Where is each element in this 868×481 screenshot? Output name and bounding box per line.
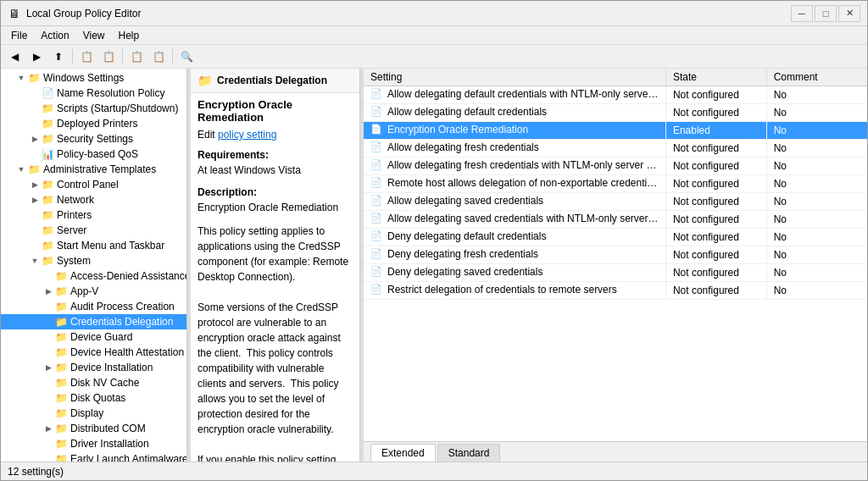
edit-policy-link[interactable]: policy setting [218,129,276,141]
tree-item-early-launch[interactable]: 📁 Early Launch Antimalware [1,451,186,462]
tree-item-printers[interactable]: 📁 Printers [1,207,186,223]
tree-item-control-panel[interactable]: ▶ 📁 Control Panel [1,177,186,192]
column-header-setting[interactable]: Setting [364,69,665,86]
tree-item-security-settings[interactable]: ▶ 📁 Security Settings [1,131,186,147]
table-row[interactable]: 📄Deny delegating default credentialsNot … [364,229,867,246]
tree-label: Disk NV Cache [70,377,139,389]
tree-item-server[interactable]: 📁 Server [1,223,186,238]
cell-state: Not configured [665,140,766,158]
toggle [28,211,42,219]
tree-item-app-v[interactable]: ▶ 📁 App-V [1,284,186,299]
tree-item-credentials-delegation[interactable]: 📁 Credentials Delegation [1,314,186,329]
toggle[interactable]: ▶ [42,424,55,433]
tab-extended[interactable]: Extended [370,444,436,462]
tree-item-policy-qos[interactable]: 📊 Policy-based QoS [1,147,186,162]
toggle[interactable]: ▼ [28,257,42,265]
tree-item-driver-installation[interactable]: 📁 Driver Installation [1,436,186,451]
cell-comment: No [766,193,867,211]
maximize-button[interactable]: □ [815,5,837,22]
table-row[interactable]: 📄Deny delegating fresh credentialsNot co… [364,246,867,264]
tree-item-access-denied[interactable]: 📁 Access-Denied Assistance [1,268,186,284]
cell-comment: No [766,246,867,264]
body-text-section: This policy setting applies to applicati… [198,224,353,462]
new-window-button[interactable]: 📋 [98,47,119,66]
help-button[interactable]: 📋 [148,47,169,66]
toggle[interactable]: ▼ [14,74,28,82]
window-title: Local Group Policy Editor [26,8,791,19]
properties-button[interactable]: 📋 [126,47,147,66]
column-header-state[interactable]: State [665,69,766,86]
tree-panel: ▼ 📁 Windows Settings 📄 Name Resolution P… [1,69,187,462]
table-row[interactable]: 📄Encryption Oracle RemediationEnabledNo [364,122,867,140]
cell-setting: 📄Allow delegating fresh credentials [364,140,665,158]
tree-item-device-health[interactable]: 📁 Device Health Attestation S [1,345,186,360]
table-row[interactable]: 📄Allow delegating saved credentialsNot c… [364,193,867,211]
table-row[interactable]: 📄Deny delegating saved credentialsNot co… [364,264,867,282]
cell-comment: No [766,264,867,282]
toggle[interactable]: ▶ [28,135,42,143]
toolbar: ◀ ▶ ⬆ 📋 📋 📋 📋 🔍 [1,45,867,69]
tree-item-admin-templates[interactable]: ▼ 📁 Administrative Templates [1,162,186,177]
table-row[interactable]: 📄Remote host allows delegation of non-ex… [364,175,867,193]
cell-setting: 📄Deny delegating default credentials [364,229,665,246]
column-header-comment[interactable]: Comment [766,69,867,86]
tree-label: Scripts (Startup/Shutdown) [57,102,178,114]
table-row[interactable]: 📄Allow delegating fresh credentialsNot c… [364,140,867,158]
middle-panel-header: 📁 Credentials Delegation [191,69,359,93]
toggle[interactable]: ▶ [28,196,42,204]
toggle[interactable]: ▶ [42,363,55,372]
table-row[interactable]: 📄Allow delegating default credentialsNot… [364,104,867,122]
tab-standard[interactable]: Standard [437,444,501,462]
setting-icon: 📄 [370,230,384,244]
toggle [28,241,42,250]
cell-comment: No [766,229,867,246]
tree-item-disk-quotas[interactable]: 📁 Disk Quotas [1,390,186,406]
tree-item-disk-nv[interactable]: 📁 Disk NV Cache [1,375,186,390]
folder-icon: 📁 [55,346,68,358]
tree-item-display[interactable]: 📁 Display [1,406,186,421]
tree-item-device-guard[interactable]: 📁 Device Guard [1,329,186,345]
tree-item-audit-process[interactable]: 📁 Audit Process Creation [1,299,186,314]
show-hide-button[interactable]: 📋 [76,47,97,66]
toggle[interactable]: ▼ [14,165,28,174]
tree-label: Display [70,407,103,419]
folder-icon: 📁 [55,285,68,297]
toggle [28,119,42,128]
tree-item-start-menu[interactable]: 📁 Start Menu and Taskbar [1,238,186,253]
tree-item-windows-settings[interactable]: ▼ 📁 Windows Settings [1,70,186,86]
minimize-button[interactable]: ─ [791,5,813,22]
toggle[interactable]: ▶ [42,287,55,296]
status-text: 12 setting(s) [8,466,64,478]
tree-item-deployed-printers[interactable]: 📁 Deployed Printers [1,116,186,131]
filter-button[interactable]: 🔍 [176,47,197,66]
tree-item-name-resolution[interactable]: 📄 Name Resolution Policy [1,86,186,101]
tree-label: Deployed Printers [57,118,137,130]
table-row[interactable]: 📄Allow delegating saved credentials with… [364,211,867,229]
menu-item-view[interactable]: View [76,28,112,43]
menu-item-file[interactable]: File [4,28,34,43]
tree-item-network[interactable]: ▶ 📁 Network [1,192,186,207]
folder-icon: 📁 [28,163,41,175]
setting-icon: 📄 [370,106,384,119]
table-row[interactable]: 📄Restrict delegation of credentials to r… [364,282,867,300]
tree-label: Administrative Templates [43,163,156,175]
tree-item-distributed-com[interactable]: ▶ 📁 Distributed COM [1,421,186,436]
close-button[interactable]: ✕ [838,5,860,22]
toggle [42,394,55,402]
cell-state: Not configured [665,264,766,282]
menu-item-help[interactable]: Help [112,28,147,43]
tree-item-device-installation[interactable]: ▶ 📁 Device Installation [1,360,186,375]
cell-state: Not configured [665,211,766,229]
tree-item-scripts[interactable]: 📁 Scripts (Startup/Shutdown) [1,101,186,116]
up-button[interactable]: ⬆ [48,47,69,66]
tree-label: System [57,255,91,267]
table-row[interactable]: 📄Allow delegating fresh credentials with… [364,158,867,175]
forward-button[interactable]: ▶ [26,47,47,66]
tree-item-system[interactable]: ▼ 📁 System [1,253,186,268]
folder-icon: 📁 [55,392,68,404]
toggle[interactable]: ▶ [28,180,42,189]
right-panel: Setting State Comment 📄Allow delegating … [364,69,867,462]
menu-item-action[interactable]: Action [34,28,75,43]
table-row[interactable]: 📄Allow delegating default credentials wi… [364,86,867,104]
back-button[interactable]: ◀ [4,47,25,66]
